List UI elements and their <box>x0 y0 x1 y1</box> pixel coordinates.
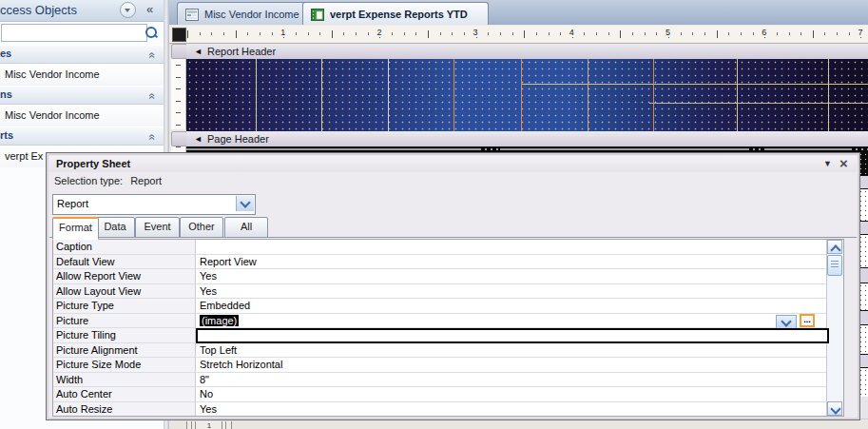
property-sheet-title-bar[interactable]: Property Sheet ▼ × <box>49 156 857 172</box>
design-vline <box>256 59 257 131</box>
property-tab-other[interactable]: Other <box>180 217 223 238</box>
property-label[interactable]: Auto Center <box>53 387 196 401</box>
sidebar-item[interactable]: Misc Vendor Income <box>0 105 164 127</box>
tick <box>225 421 226 429</box>
dialog-menu-arrow-icon[interactable]: ▼ <box>823 159 832 168</box>
property-row: Picture TypeEmbedded <box>53 299 828 314</box>
property-value[interactable]: Yes <box>197 402 828 417</box>
object-selector-combobox[interactable]: Report <box>52 194 256 215</box>
property-value[interactable] <box>197 240 828 254</box>
document-tab-bar: Misc Vendor Income verpt Expense Reports… <box>169 0 868 26</box>
design-vline <box>653 59 654 131</box>
scroll-down-icon[interactable] <box>827 401 842 416</box>
section-collapse-icon[interactable]: « <box>146 93 160 100</box>
property-value[interactable]: Top Left <box>197 343 828 358</box>
property-label[interactable]: Width <box>53 373 196 387</box>
sidebar-section-label: rts <box>0 129 13 141</box>
builder-icon[interactable]: ... <box>800 314 815 327</box>
tab-misc-vendor-income[interactable]: Misc Vendor Income <box>177 2 314 26</box>
property-sheet-dialog: Property Sheet ▼ × Selection type:Report… <box>46 152 860 420</box>
search-icon[interactable] <box>145 27 157 38</box>
ruler-number: 4 <box>569 28 575 37</box>
tick <box>222 421 222 429</box>
close-icon[interactable]: × <box>839 155 848 171</box>
property-value[interactable]: Report View <box>197 255 828 269</box>
property-value[interactable]: Yes <box>197 269 828 283</box>
property-label[interactable]: Picture Type <box>53 299 196 313</box>
section-collapse-icon: ◄ <box>194 47 203 56</box>
section-collapse-icon[interactable]: « <box>146 52 160 59</box>
property-value[interactable]: 8" <box>197 373 828 387</box>
sidebar-section-header-es[interactable]: es« <box>0 45 164 64</box>
design-vline <box>388 59 389 131</box>
property-row: Width8" <box>53 373 828 388</box>
property-row: Caption <box>53 240 828 255</box>
property-label[interactable]: Allow Layout View <box>53 284 196 299</box>
sidebar-sections: es«Misc Vendor Incomens«Misc Vendor Inco… <box>0 45 164 167</box>
chevron-down-icon <box>830 403 840 414</box>
section-collapse-icon[interactable]: « <box>146 134 160 141</box>
property-row: Picture Size ModeStretch Horizontal <box>53 358 828 373</box>
property-label[interactable]: Allow Report View <box>53 269 196 283</box>
property-label[interactable]: Picture Alignment <box>53 343 196 358</box>
property-tab-format[interactable]: Format <box>52 217 99 240</box>
sidebar-item[interactable]: Misc Vendor Income <box>0 64 164 86</box>
form-icon <box>185 9 199 21</box>
horizontal-ruler[interactable]: 1234567 <box>187 26 868 42</box>
ruler-number: 7 <box>857 28 863 37</box>
vertical-ruler[interactable] <box>171 44 186 152</box>
report-header-canvas[interactable] <box>186 59 868 131</box>
tab-label: verpt Expense Reports YTD <box>330 9 468 20</box>
combo-dropdown-icon[interactable] <box>236 196 254 211</box>
tab-label: Misc Vendor Income <box>204 9 299 20</box>
property-value[interactable]: (image)... <box>197 314 828 328</box>
property-value[interactable]: Yes <box>197 284 828 299</box>
property-row: Default ViewReport View <box>53 255 828 270</box>
sidebar-section-label: es <box>0 48 11 59</box>
property-value[interactable]: No <box>197 387 828 401</box>
scroll-thumb[interactable] <box>827 255 842 276</box>
search-input[interactable] <box>1 24 147 42</box>
property-tab-all[interactable]: All <box>224 217 268 238</box>
property-value[interactable]: Stretch Horizontal <box>197 358 828 372</box>
property-label[interactable]: Picture Size Mode <box>53 358 196 372</box>
combobox-value: Report <box>57 198 88 209</box>
selection-type-label: Selection type: <box>54 175 123 186</box>
design-vline <box>828 59 829 131</box>
navigation-menu-icon[interactable] <box>120 2 136 18</box>
ruler-fragment-number: 1 <box>207 421 211 429</box>
sidebar-section-header-rts[interactable]: rts« <box>0 127 164 146</box>
report-header-section-bar[interactable]: ◄ Report Header <box>186 44 868 60</box>
picture-edit-box[interactable] <box>196 328 829 343</box>
property-label[interactable]: Auto Resize <box>53 402 196 417</box>
property-row: Allow Report ViewYes <box>53 269 828 284</box>
design-vline <box>521 59 522 131</box>
navigation-pane-title: ccess Objects <box>0 3 77 17</box>
page-header-section-bar[interactable]: ◄ Page Header <box>186 131 868 147</box>
property-label[interactable]: Picture <box>53 314 196 328</box>
property-row: Auto CenterNo <box>53 387 828 402</box>
section-label: Report Header <box>207 46 276 57</box>
property-value[interactable]: Embedded <box>197 299 828 313</box>
ruler-fragment: 1 <box>186 421 232 429</box>
navigation-search <box>0 22 164 43</box>
ruler-number: 6 <box>761 28 767 37</box>
property-grid: CaptionDefault ViewReport ViewAllow Repo… <box>52 239 844 417</box>
selection-type-row: Selection type:Report <box>54 175 162 186</box>
property-label[interactable]: Picture Tiling <box>53 328 196 342</box>
property-label[interactable]: Caption <box>53 240 196 254</box>
ruler-number: 1 <box>280 28 286 37</box>
report-selector-button[interactable] <box>172 28 186 42</box>
property-tab-event[interactable]: Event <box>135 217 180 238</box>
design-hline <box>649 103 868 104</box>
value-dropdown-icon[interactable] <box>776 315 797 329</box>
chevron-down-icon <box>781 316 791 326</box>
scroll-up-icon[interactable] <box>827 240 842 254</box>
property-tab-data[interactable]: Data <box>95 217 135 238</box>
sidebar-section-header-ns[interactable]: ns« <box>0 86 164 105</box>
property-row: Picture AlignmentTop Left <box>53 343 828 359</box>
canvas-element <box>500 148 747 150</box>
collapse-pane-icon[interactable]: « <box>142 2 158 18</box>
property-label[interactable]: Default View <box>53 255 196 269</box>
tab-verpt-expense-reports-ytd[interactable]: verpt Expense Reports YTD <box>302 2 489 26</box>
